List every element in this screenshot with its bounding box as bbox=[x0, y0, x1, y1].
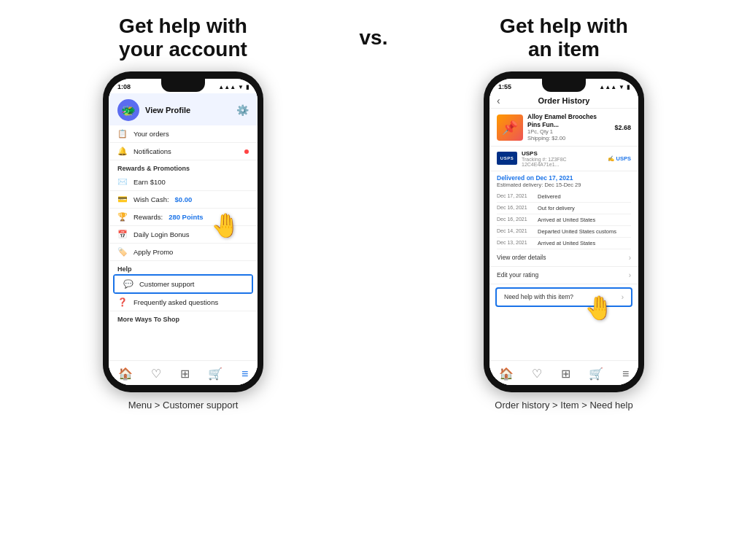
left-heading: Get help with your account bbox=[119, 15, 247, 61]
product-row[interactable]: 📌 Alloy Enamel Brooches Pins Fun... 1Pc,… bbox=[489, 109, 638, 146]
menu-item-orders[interactable]: 📋 Your orders bbox=[109, 125, 258, 143]
right-home-icon[interactable]: 🏠 bbox=[499, 367, 514, 381]
tracking-event-2: Dec 16, 2021 Arrived at United States bbox=[497, 214, 631, 226]
orders-label: Your orders bbox=[133, 130, 169, 138]
home-nav-icon[interactable]: 🏠 bbox=[118, 367, 133, 381]
right-signal-icon: ▲▲▲ bbox=[599, 84, 616, 90]
shipping-row: USPS USPS Tracking #: 1Z3F8C 12C4E4A71e1… bbox=[489, 147, 638, 171]
profile-section[interactable]: 🐲 View Profile ⚙️ bbox=[109, 93, 258, 125]
tracking-event-3: Dec 14, 2021 Departed United States cust… bbox=[497, 226, 631, 238]
product-info: Alloy Enamel Brooches Pins Fun... 1Pc, Q… bbox=[527, 113, 610, 141]
tracking-event-4: Dec 13, 2021 Arrived at United States bbox=[497, 238, 631, 249]
right-panel: Get help with an item 1:55 ▲▲▲ ▼ ▮ bbox=[403, 15, 725, 411]
product-name: Alloy Enamel Brooches Pins Fun... bbox=[527, 113, 610, 128]
categories-nav-icon[interactable]: ⊞ bbox=[180, 367, 190, 381]
right-bottom-nav: 🏠 ♡ ⊞ 🛒 ≡ bbox=[489, 360, 638, 385]
event-date-4: Dec 13, 2021 bbox=[497, 240, 533, 246]
faq-icon: ❓ bbox=[117, 298, 128, 307]
profile-left: 🐲 View Profile bbox=[117, 99, 190, 121]
view-order-details[interactable]: View order details › bbox=[489, 249, 638, 267]
notifications-icon: 🔔 bbox=[117, 147, 128, 156]
orders-icon: 📋 bbox=[117, 129, 128, 139]
customer-support-row[interactable]: 💬 Customer support bbox=[115, 276, 252, 292]
right-wifi-icon: ▼ bbox=[619, 84, 624, 90]
chevron-right-2: › bbox=[622, 293, 624, 301]
wifi-icon: ▼ bbox=[238, 84, 244, 90]
delivered-title: Delivered on Dec 17, 2021 bbox=[497, 174, 631, 182]
earn-icon: ✉️ bbox=[117, 177, 128, 187]
rewards-header: Rewards & Promotions bbox=[109, 160, 258, 174]
menu-item-earn[interactable]: ✉️ Earn $100 bbox=[109, 174, 258, 191]
rewards-label: Rewards: bbox=[133, 213, 163, 221]
left-status-icons: ▲▲▲ ▼ ▮ bbox=[218, 84, 249, 90]
event-date-1: Dec 16, 2021 bbox=[497, 205, 533, 211]
menu-screen: 🐲 View Profile ⚙️ 📋 Your orders 🔔 Notifi… bbox=[109, 93, 258, 385]
product-thumbnail: 📌 bbox=[497, 114, 523, 141]
left-phone-notch bbox=[161, 79, 205, 92]
customer-support-item[interactable]: 💬 Customer support bbox=[113, 274, 253, 294]
product-qty: 1Pc, Qty 1 bbox=[527, 128, 610, 135]
notification-dot bbox=[244, 149, 249, 154]
menu-item-promo[interactable]: 🏷️ Apply Promo bbox=[109, 244, 258, 261]
right-menu-icon[interactable]: ≡ bbox=[622, 368, 629, 381]
earn-label: Earn $100 bbox=[133, 178, 166, 186]
event-date-0: Dec 17, 2021 bbox=[497, 193, 533, 200]
view-order-label: View order details bbox=[497, 254, 546, 261]
vs-text: vs. bbox=[360, 26, 388, 50]
daily-icon: 📅 bbox=[117, 230, 128, 239]
right-wishlist-icon[interactable]: ♡ bbox=[532, 367, 542, 381]
carrier-name: USPS bbox=[522, 150, 603, 157]
signal-icon: ▲▲▲ bbox=[218, 84, 236, 90]
wishlist-nav-icon[interactable]: ♡ bbox=[151, 367, 161, 381]
battery-icon: ▮ bbox=[246, 84, 249, 90]
avatar: 🐲 bbox=[117, 99, 139, 121]
left-panel: Get help with your account 1:08 ▲▲▲ ▼ ▮ bbox=[22, 15, 344, 411]
menu-item-notifications[interactable]: 🔔 Notifications bbox=[109, 143, 258, 160]
hand-pointer-right: 🤚 bbox=[584, 294, 614, 322]
event-status-4: Arrived at United States bbox=[538, 240, 595, 246]
main-container: Get help with your account 1:08 ▲▲▲ ▼ ▮ bbox=[0, 0, 747, 418]
menu-nav-icon[interactable]: ≡ bbox=[241, 368, 248, 381]
right-phone-screen: 1:55 ▲▲▲ ▼ ▮ ‹ Order History bbox=[489, 79, 638, 385]
order-title: Order History bbox=[538, 96, 590, 105]
tracking-number: Tracking #: 1Z3F8C 12C4E4A71e1... bbox=[522, 157, 603, 167]
edit-rating-label: Edit your rating bbox=[497, 271, 538, 279]
daily-label: Daily Login Bonus bbox=[133, 230, 190, 238]
cart-nav-icon[interactable]: 🛒 bbox=[208, 367, 222, 381]
menu-item-faq[interactable]: ❓ Frequently asked questions bbox=[109, 294, 258, 311]
order-header: ‹ Order History bbox=[489, 93, 638, 109]
usps-link[interactable]: ✍ USPS bbox=[608, 155, 631, 162]
customer-support-label: Customer support bbox=[139, 280, 195, 288]
order-screen: ‹ Order History 📌 Alloy Enamel Brooches … bbox=[489, 93, 638, 385]
menu-item-wishcash[interactable]: 💳 Wish Cash: $0.00 bbox=[109, 191, 258, 209]
faq-label: Frequently asked questions bbox=[133, 298, 218, 306]
edit-rating[interactable]: Edit your rating › bbox=[489, 267, 638, 284]
left-instruction: Menu > Customer support bbox=[128, 400, 239, 411]
left-phone-frame: 1:08 ▲▲▲ ▼ ▮ 🐲 View Profile bbox=[103, 71, 263, 392]
event-status-2: Arrived at United States bbox=[538, 217, 595, 223]
promo-label: Apply Promo bbox=[133, 248, 173, 256]
right-phone-frame: 1:55 ▲▲▲ ▼ ▮ ‹ Order History bbox=[484, 71, 644, 392]
wishcash-icon: 💳 bbox=[117, 195, 128, 204]
usps-logo: USPS bbox=[497, 152, 517, 165]
customer-support-icon: 💬 bbox=[123, 279, 133, 289]
product-price: $2.68 bbox=[614, 124, 631, 131]
product-shipping: Shipping: $2.00 bbox=[527, 135, 610, 141]
left-phone-screen: 1:08 ▲▲▲ ▼ ▮ 🐲 View Profile bbox=[109, 79, 258, 385]
event-status-1: Out for delivery bbox=[538, 205, 575, 211]
right-status-icons: ▲▲▲ ▼ ▮ bbox=[599, 84, 630, 90]
right-battery-icon: ▮ bbox=[627, 84, 630, 90]
back-button[interactable]: ‹ bbox=[497, 95, 500, 106]
event-date-2: Dec 16, 2021 bbox=[497, 217, 533, 223]
right-time: 1:55 bbox=[498, 83, 511, 90]
event-status-3: Departed United States customs bbox=[538, 228, 616, 235]
right-instruction: Order history > Item > Need help bbox=[495, 400, 632, 411]
left-time: 1:08 bbox=[117, 83, 131, 90]
tracking-event-0: Dec 17, 2021 Delivered bbox=[497, 191, 631, 203]
more-ways-header: More Ways To Shop bbox=[109, 311, 258, 324]
delivery-estimate: Estimated delivery: Dec 15-Dec 29 bbox=[497, 182, 631, 188]
settings-icon[interactable]: ⚙️ bbox=[236, 104, 249, 116]
right-categories-icon[interactable]: ⊞ bbox=[561, 367, 570, 381]
tracking-event-1: Dec 16, 2021 Out for delivery bbox=[497, 203, 631, 214]
right-cart-icon[interactable]: 🛒 bbox=[589, 367, 603, 381]
